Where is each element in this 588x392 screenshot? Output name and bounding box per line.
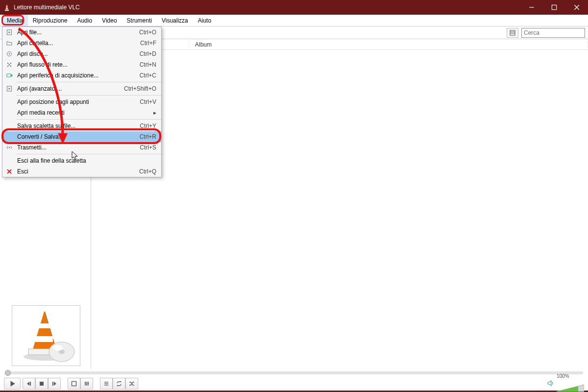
dropdown-item[interactable]: Apri cartella...Ctrl+F [2, 38, 161, 49]
chevron-right-icon: ▸ [150, 109, 156, 116]
dropdown-item[interactable]: Apri periferica di acquisizione...Ctrl+C [2, 70, 161, 81]
next-button[interactable] [48, 378, 61, 390]
dropdown-item-label: Esci [16, 168, 139, 175]
close-button[interactable] [565, 0, 588, 15]
svg-marker-38 [548, 381, 551, 386]
dropdown-item-shortcut: Ctrl+C [140, 72, 156, 79]
prev-button[interactable] [23, 378, 35, 390]
dropdown-item[interactable]: Apri disco...Ctrl+D [2, 49, 161, 59]
playlist-button[interactable] [100, 378, 113, 390]
network-icon [2, 62, 16, 68]
menu-video[interactable]: Video [97, 15, 122, 26]
dropdown-item[interactable]: Salva scaletta su file...Ctrl+Y [2, 121, 161, 131]
vlc-cone-icon [17, 309, 75, 363]
close-red-icon [2, 169, 16, 174]
svg-marker-36 [121, 381, 122, 383]
dropdown-item-shortcut: Ctrl+R [140, 133, 156, 140]
svg-rect-5 [552, 5, 556, 9]
content-area: Durata Album [91, 39, 588, 369]
maximize-button[interactable] [543, 0, 565, 15]
menu-aiuto[interactable]: Aiuto [193, 15, 216, 26]
svg-rect-3 [6, 8, 8, 8]
menu-visualizza[interactable]: Visualizza [157, 15, 193, 26]
svg-rect-1 [5, 10, 9, 11]
dropdown-item-label: Apri (avanzato)... [16, 85, 124, 92]
svg-point-55 [9, 147, 10, 148]
svg-rect-25 [52, 382, 53, 386]
shuffle-button[interactable] [125, 378, 138, 390]
svg-rect-23 [40, 382, 44, 386]
svg-marker-24 [54, 382, 56, 386]
file-play-icon [2, 86, 16, 92]
file-play-icon [2, 29, 16, 35]
ext-settings-button[interactable] [80, 378, 93, 390]
speaker-icon [547, 379, 555, 389]
menu-media[interactable]: Media [2, 15, 28, 26]
dropdown-item-shortcut: Ctrl+V [140, 98, 156, 105]
dropdown-item-shortcut: Ctrl+Q [139, 168, 156, 175]
svg-rect-51 [7, 74, 11, 77]
window-title: Lettore multimediale VLC [14, 4, 520, 11]
stop-button[interactable] [35, 378, 48, 390]
dropdown-separator [16, 154, 161, 154]
fullscreen-button[interactable] [68, 378, 80, 390]
svg-marker-37 [117, 385, 118, 387]
dropdown-item[interactable]: EsciCtrl+Q [2, 166, 161, 177]
menu-audio[interactable]: Audio [72, 15, 97, 26]
dropdown-item[interactable]: Apri media recenti▸ [2, 107, 161, 118]
seek-thumb[interactable] [5, 370, 11, 376]
loop-button[interactable] [113, 378, 125, 390]
dropdown-item[interactable]: Apri file...Ctrl+O [2, 27, 161, 38]
folder-icon [2, 40, 16, 46]
volume-control[interactable]: 100% [547, 373, 584, 392]
svg-rect-2 [6, 6, 7, 6]
minimize-button[interactable] [520, 0, 543, 15]
svg-point-30 [85, 382, 86, 383]
volume-slider[interactable] [557, 384, 584, 392]
volume-percent: 100% [557, 373, 584, 379]
svg-rect-15 [35, 336, 53, 342]
dropdown-item-shortcut: Ctrl+N [140, 61, 156, 68]
search-input[interactable] [521, 28, 585, 38]
dropdown-item-shortcut: Ctrl+F [140, 40, 156, 47]
dropdown-item-shortcut: Ctrl+Shift+O [124, 85, 156, 92]
menu-strumenti[interactable]: Strumenti [122, 15, 157, 26]
dropdown-item[interactable]: Converti / Salva...Ctrl+R [2, 131, 161, 142]
album-art-box [12, 305, 80, 366]
dropdown-item-label: Trasmetti... [16, 144, 140, 151]
dropdown-separator [16, 95, 161, 96]
dropdown-item-label: Apri cartella... [16, 40, 140, 47]
dropdown-item-shortcut: Ctrl+D [140, 50, 156, 57]
svg-marker-21 [27, 382, 29, 386]
play-button[interactable] [4, 378, 21, 390]
dropdown-item[interactable]: Esci alla fine della scaletta [2, 155, 161, 166]
playback-controls: 100% [0, 377, 588, 391]
col-album[interactable]: Album [189, 41, 588, 48]
dropdown-item[interactable]: Trasmetti...Ctrl+S [2, 142, 161, 153]
dropdown-item[interactable]: Apri posizione dagli appuntiCtrl+V [2, 97, 161, 107]
svg-rect-26 [72, 382, 76, 386]
svg-marker-0 [5, 4, 8, 10]
capture-icon [2, 73, 16, 78]
dropdown-separator [16, 82, 161, 82]
svg-marker-20 [11, 381, 15, 387]
dropdown-item[interactable]: Apri (avanzato)...Ctrl+Shift+O [2, 83, 161, 94]
dropdown-item-shortcut: Ctrl+O [139, 29, 156, 36]
svg-point-31 [86, 384, 87, 385]
dropdown-separator [16, 119, 161, 120]
menu-riproduzione[interactable]: Riproduzione [28, 15, 73, 26]
dropdown-item-label: Converti / Salva... [16, 133, 140, 140]
view-toggle-button[interactable] [507, 28, 518, 38]
stream-icon [2, 145, 16, 150]
dropdown-item[interactable]: Apri flusso di rete...Ctrl+N [2, 59, 161, 70]
svg-point-44 [9, 53, 10, 54]
svg-rect-22 [30, 382, 31, 386]
playlist-body [91, 50, 588, 369]
svg-point-32 [88, 383, 89, 384]
svg-rect-14 [38, 323, 50, 328]
seek-bar[interactable] [0, 369, 588, 377]
dropdown-item-label: Apri media recenti [16, 109, 150, 116]
dropdown-item-shortcut: Ctrl+S [140, 144, 156, 151]
dropdown-item-shortcut: Ctrl+Y [140, 122, 156, 129]
media-dropdown: Apri file...Ctrl+OApri cartella...Ctrl+F… [2, 26, 162, 177]
